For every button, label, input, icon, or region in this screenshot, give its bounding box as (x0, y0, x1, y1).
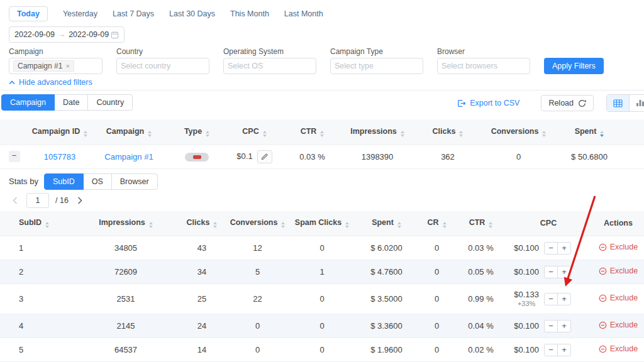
exclude-button[interactable]: Exclude (599, 293, 638, 302)
type-filter-input[interactable] (335, 62, 419, 70)
browser-filter-input[interactable] (441, 62, 526, 70)
spam-clicks-cell: 1 (287, 260, 357, 284)
range-tab-last7[interactable]: Last 7 Days (113, 9, 154, 18)
cpc-decrease-button[interactable]: − (544, 242, 558, 255)
exclude-button[interactable]: Exclude (599, 243, 638, 251)
exclude-button[interactable]: Exclude (599, 344, 638, 353)
campaign-impressions-value: 1398390 (343, 145, 412, 168)
country-filter-input[interactable] (121, 62, 205, 70)
col-spam-clicks[interactable]: Spam Clicks (287, 211, 357, 236)
spam-clicks-cell: 0 (287, 284, 357, 314)
subid-cell: 4 (0, 314, 75, 338)
filters-row: Campaign Campaign #1 × Country Operating… (9, 47, 644, 74)
sort-icon (148, 131, 152, 137)
campaign-name-link[interactable]: Campaign #1 (104, 152, 153, 162)
col-sub-spent[interactable]: Spent (357, 211, 416, 236)
tab-browser[interactable]: Browser (111, 173, 158, 190)
tab-country[interactable]: Country (87, 94, 133, 111)
col-campaign-id[interactable]: Campaign ID (28, 119, 91, 145)
cpc-increase-button-row-3[interactable]: + (557, 293, 571, 305)
clicks-cell: 24 (176, 314, 228, 338)
page-number-input[interactable]: 1 (26, 193, 49, 208)
col-sub-conversions[interactable]: Conversions (228, 211, 287, 236)
stats-by-label: Stats by (9, 177, 38, 186)
reload-icon (578, 99, 586, 107)
page-total: / 16 (55, 196, 69, 205)
sort-icon (320, 131, 324, 137)
sort-icon (489, 222, 492, 228)
spent-cell: $ 3.5000 (357, 284, 416, 314)
campaign-conversions-value: 0 (484, 145, 553, 168)
sort-icon (443, 222, 447, 228)
col-ctr[interactable]: CTR (282, 119, 343, 145)
campaign-id-link[interactable]: 1057783 (44, 152, 76, 162)
range-tab-yesterday[interactable]: Yesterday (63, 9, 97, 18)
cpc-increase-button[interactable]: + (557, 320, 571, 332)
collapse-row-button[interactable]: − (9, 151, 20, 162)
os-filter-input[interactable] (228, 62, 312, 70)
hide-advanced-filters-link[interactable]: Hide advanced filters (9, 78, 644, 87)
spam-clicks-cell: 0 (287, 314, 357, 338)
tag-remove-icon[interactable]: × (65, 62, 69, 70)
toolbar: Campaign Date Country Export to CSV Relo… (0, 94, 644, 111)
tab-os[interactable]: OS (83, 173, 112, 190)
apply-filters-button[interactable]: Apply Filters (544, 58, 604, 74)
circle-minus-icon (599, 294, 607, 302)
col-spent[interactable]: Spent (553, 119, 644, 145)
prev-page-button[interactable] (10, 193, 20, 208)
subid-cell: 1 (0, 236, 75, 260)
col-cpc[interactable]: CPC (227, 119, 282, 145)
view-switcher (606, 94, 644, 112)
col-conversions[interactable]: Conversions (484, 119, 553, 145)
export-csv-link[interactable]: Export to CSV (457, 99, 519, 107)
calendar-icon (111, 31, 119, 39)
table-row: 2 72609 34 5 1 $ 4.7600 0 0.05 % $0.100−… (0, 260, 644, 284)
range-tab-last-month[interactable]: Last Month (284, 9, 323, 18)
cpc-increase-button[interactable]: + (557, 242, 571, 255)
cpc-decrease-button[interactable]: − (544, 293, 558, 305)
col-cr[interactable]: CR (416, 211, 457, 236)
cpc-decrease-button[interactable]: − (544, 320, 558, 332)
col-campaign[interactable]: Campaign (91, 119, 167, 145)
reload-button[interactable]: Reload (541, 95, 594, 111)
sort-icon (401, 131, 404, 137)
campaign-filter-label: Campaign (9, 47, 103, 56)
sort-icon (397, 222, 401, 228)
spent-cell: $ 3.3600 (357, 314, 416, 338)
col-type[interactable]: Type (167, 119, 227, 145)
edit-cpc-button[interactable] (257, 150, 272, 163)
cpc-change-badge: +33% (518, 299, 535, 309)
impressions-cell: 64537 (75, 338, 176, 362)
col-sub-ctr[interactable]: CTR (457, 211, 504, 236)
col-clicks[interactable]: Clicks (412, 119, 484, 145)
range-tab-this-month[interactable]: This Month (230, 9, 269, 18)
cpc-decrease-button[interactable]: − (544, 266, 558, 278)
cpc-increase-button[interactable]: + (557, 266, 571, 278)
table-row: 4 2145 24 0 0 $ 3.3600 0 0.04 % $0.100−+… (0, 314, 644, 338)
col-sub-impressions[interactable]: Impressions (75, 211, 176, 236)
tab-campaign[interactable]: Campaign (1, 94, 55, 111)
tab-date[interactable]: Date (54, 94, 88, 111)
col-subid[interactable]: SubID (0, 211, 75, 236)
campaign-filter-input[interactable]: Campaign #1 × (9, 58, 103, 74)
tab-subid[interactable]: SubID (44, 173, 84, 190)
chart-view-button[interactable] (629, 95, 644, 111)
cpc-decrease-button[interactable]: − (544, 344, 558, 356)
cr-cell: 0 (416, 284, 457, 314)
date-range-input[interactable]: 2022-09-09 → 2022-09-09 (9, 26, 125, 43)
table-view-button[interactable] (607, 95, 629, 111)
cpc-value: $0.100 (514, 321, 539, 331)
cpc-increase-button[interactable]: + (557, 344, 571, 356)
sort-icon (45, 222, 49, 228)
next-page-button[interactable] (75, 193, 85, 208)
range-tab-today[interactable]: Today (9, 6, 48, 21)
exclude-button[interactable]: Exclude (599, 266, 638, 275)
exclude-button[interactable]: Exclude (599, 321, 638, 329)
col-impressions[interactable]: Impressions (343, 119, 412, 145)
ctr-cell: 0.03 % (457, 236, 504, 260)
stats-by-row: Stats by SubID OS Browser (9, 173, 644, 190)
range-tab-last30[interactable]: Last 30 Days (169, 9, 215, 18)
sort-icon (213, 222, 217, 228)
col-sub-clicks[interactable]: Clicks (176, 211, 228, 236)
campaign-cpc-value: $0.1 (236, 151, 252, 160)
